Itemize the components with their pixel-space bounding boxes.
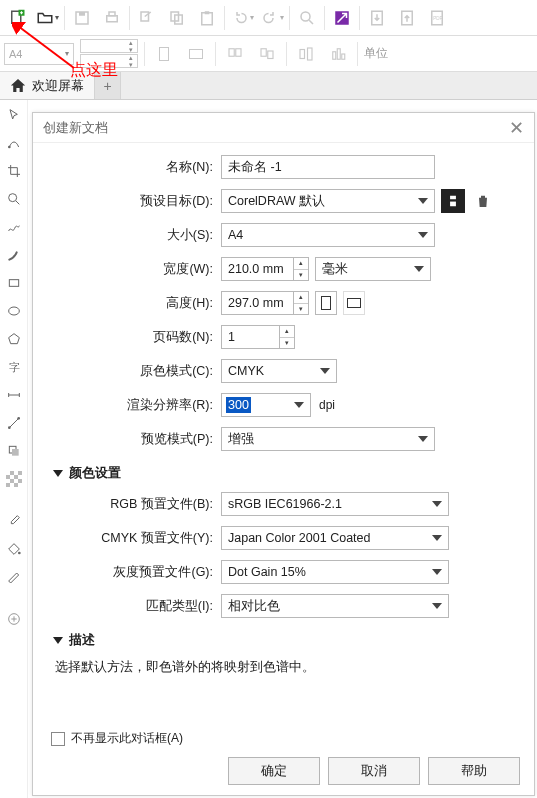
align-icon bbox=[293, 41, 319, 67]
tab-welcome-label: 欢迎屏幕 bbox=[32, 77, 84, 95]
polygon-tool[interactable] bbox=[3, 328, 25, 350]
tab-welcome[interactable]: 欢迎屏幕 bbox=[0, 72, 95, 99]
svg-rect-17 bbox=[229, 48, 234, 56]
dialog-titlebar: 创建新文档 ✕ bbox=[33, 113, 534, 143]
cancel-button[interactable]: 取消 bbox=[328, 757, 420, 785]
preview-combo[interactable]: 增强 bbox=[221, 427, 435, 451]
ellipse-tool[interactable] bbox=[3, 300, 25, 322]
unit-combo[interactable]: 毫米 bbox=[315, 257, 431, 281]
dpi-label: dpi bbox=[319, 398, 335, 412]
landscape-button bbox=[183, 41, 209, 67]
text-tool[interactable]: 字 bbox=[3, 356, 25, 378]
cmyk-combo[interactable]: Japan Color 2001 Coated bbox=[221, 526, 449, 550]
height-spin[interactable]: ▴▾ bbox=[80, 54, 138, 68]
redo-button: ▾ bbox=[259, 5, 285, 31]
connector-tool[interactable] bbox=[3, 412, 25, 434]
svg-rect-22 bbox=[308, 48, 313, 60]
preset-combo[interactable]: CorelDRAW 默认 bbox=[221, 189, 435, 213]
tab-bar: 欢迎屏幕 + bbox=[0, 72, 537, 100]
svg-point-32 bbox=[17, 417, 20, 420]
home-icon bbox=[10, 78, 26, 94]
drop-shadow-tool[interactable] bbox=[3, 440, 25, 462]
size-combo[interactable]: A4 bbox=[221, 223, 435, 247]
portrait-toggle[interactable] bbox=[315, 291, 337, 315]
svg-rect-24 bbox=[337, 48, 340, 59]
label-width: 宽度(W): bbox=[47, 261, 221, 278]
svg-text:PDF: PDF bbox=[433, 16, 442, 21]
svg-rect-40 bbox=[450, 202, 456, 207]
paper-size-value: A4 bbox=[9, 48, 22, 60]
label-renderres: 渲染分辨率(R): bbox=[47, 397, 221, 414]
ok-button[interactable]: 确定 bbox=[228, 757, 320, 785]
gray-combo[interactable]: Dot Gain 15% bbox=[221, 560, 449, 584]
svg-rect-21 bbox=[300, 49, 305, 58]
save-preset-button[interactable] bbox=[441, 189, 465, 213]
portrait-button bbox=[151, 41, 177, 67]
colormode-combo[interactable]: CMYK bbox=[221, 359, 337, 383]
pages-input[interactable]: ▴▾ bbox=[221, 325, 295, 349]
label-preview: 预览模式(P): bbox=[47, 431, 221, 448]
svg-rect-25 bbox=[342, 54, 345, 59]
fill-tool[interactable] bbox=[3, 538, 25, 560]
colormode-value: CMYK bbox=[228, 364, 264, 378]
undo-button: ▾ bbox=[229, 5, 255, 31]
freehand-tool[interactable] bbox=[3, 216, 25, 238]
tab-add-button[interactable]: + bbox=[95, 72, 121, 99]
preset-value: CorelDRAW 默认 bbox=[228, 193, 325, 210]
checker-icon bbox=[6, 471, 22, 487]
section-color[interactable]: 颜色设置 bbox=[53, 465, 520, 482]
launch-button[interactable] bbox=[329, 5, 355, 31]
parallel-dim-tool[interactable] bbox=[3, 384, 25, 406]
artistic-tool[interactable] bbox=[3, 244, 25, 266]
outline-tool[interactable] bbox=[3, 566, 25, 588]
dont-show-label: 不再显示此对话框(A) bbox=[71, 730, 183, 747]
pick-tool[interactable] bbox=[3, 104, 25, 126]
expand-toolbox[interactable] bbox=[3, 608, 25, 630]
svg-point-35 bbox=[18, 552, 21, 555]
width-spin[interactable]: ▴▾ bbox=[80, 39, 138, 53]
unit-value: 毫米 bbox=[322, 261, 348, 278]
width-input[interactable]: ▴▾ bbox=[221, 257, 309, 281]
match-combo[interactable]: 相对比色 bbox=[221, 594, 449, 618]
open-button[interactable]: ▾ bbox=[34, 5, 60, 31]
new-doc-button[interactable] bbox=[4, 5, 30, 31]
rectangle-tool[interactable] bbox=[3, 272, 25, 294]
gray-value: Dot Gain 15% bbox=[228, 565, 306, 579]
close-button[interactable]: ✕ bbox=[509, 117, 524, 139]
current-page-icon bbox=[254, 41, 280, 67]
height-input[interactable]: ▴▾ bbox=[221, 291, 309, 315]
zoom-tool[interactable] bbox=[3, 188, 25, 210]
eyedropper-tool[interactable] bbox=[3, 510, 25, 532]
svg-rect-9 bbox=[202, 12, 213, 24]
section-desc[interactable]: 描述 bbox=[53, 632, 520, 649]
delete-preset-button[interactable] bbox=[471, 189, 495, 213]
help-button[interactable]: 帮助 bbox=[428, 757, 520, 785]
svg-rect-5 bbox=[109, 12, 115, 16]
export-button bbox=[394, 5, 420, 31]
svg-point-31 bbox=[8, 426, 11, 429]
toolbox: 字 bbox=[0, 100, 28, 798]
paper-size-combo[interactable]: A4 ▾ bbox=[4, 43, 74, 65]
property-bar: A4 ▾ ▴▾ ▴▾ 单位 bbox=[0, 36, 537, 72]
new-document-dialog: 创建新文档 ✕ 名称(N): 预设目标(D): CorelDRAW 默认 大小(… bbox=[32, 112, 535, 796]
crop-tool[interactable] bbox=[3, 160, 25, 182]
transparency-tool[interactable] bbox=[3, 468, 25, 490]
cmyk-value: Japan Color 2001 Coated bbox=[228, 531, 370, 545]
rgb-combo[interactable]: sRGB IEC61966-2.1 bbox=[221, 492, 449, 516]
svg-point-29 bbox=[8, 307, 19, 315]
name-input[interactable] bbox=[221, 155, 435, 179]
svg-text:字: 字 bbox=[9, 361, 20, 373]
search-button bbox=[294, 5, 320, 31]
shape-tool[interactable] bbox=[3, 132, 25, 154]
label-colormode: 原色模式(C): bbox=[47, 363, 221, 380]
section-desc-label: 描述 bbox=[69, 632, 95, 649]
label-cmyk: CMYK 预置文件(Y): bbox=[47, 530, 221, 547]
renderres-combo[interactable]: 300 bbox=[221, 393, 311, 417]
preview-value: 增强 bbox=[228, 431, 254, 448]
match-value: 相对比色 bbox=[228, 598, 280, 615]
dont-show-checkbox[interactable] bbox=[51, 732, 65, 746]
landscape-toggle[interactable] bbox=[343, 291, 365, 315]
svg-rect-23 bbox=[333, 51, 336, 59]
triangle-icon bbox=[53, 637, 63, 644]
rgb-value: sRGB IEC61966-2.1 bbox=[228, 497, 342, 511]
